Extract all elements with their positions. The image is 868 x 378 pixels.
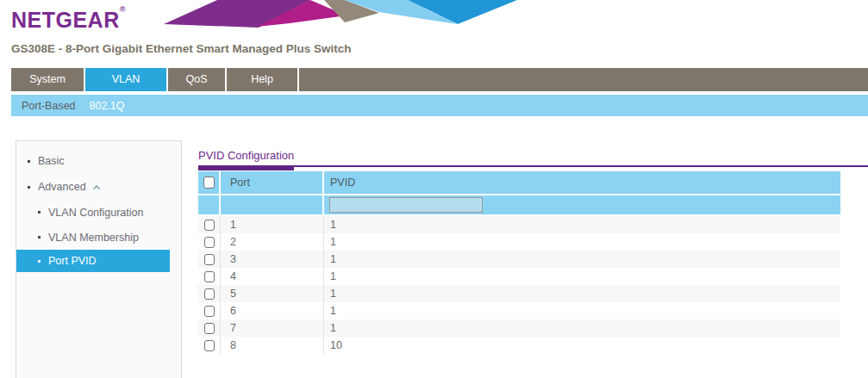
- pvid-cell: 10: [324, 337, 840, 354]
- row-checkbox[interactable]: [204, 306, 215, 317]
- tab-qos[interactable]: QoS: [168, 68, 227, 91]
- select-all-checkbox[interactable]: [203, 177, 215, 189]
- port-cell: 8: [221, 337, 324, 354]
- sidebar-item-label: VLAN Membership: [48, 232, 139, 244]
- table-row: 6 1: [198, 302, 840, 319]
- sidebar-item-label: VLAN Configuration: [48, 207, 143, 219]
- sidebar-item-label: Port PVID: [48, 255, 97, 267]
- pvid-cell: 1: [324, 233, 840, 251]
- port-cell: 4: [221, 268, 324, 285]
- bullet-icon: [38, 236, 41, 239]
- table-row: 2 1: [198, 233, 840, 251]
- table-row: 7 1: [198, 319, 840, 337]
- sidebar-item-label: Basic: [38, 155, 65, 167]
- sidebar-item-advanced[interactable]: Advanced: [16, 174, 181, 200]
- table-row: 5 1: [198, 285, 840, 302]
- sidebar-item-basic[interactable]: Basic: [16, 148, 181, 174]
- row-checkbox[interactable]: [204, 340, 215, 351]
- pvid-filter-input[interactable]: [329, 197, 483, 213]
- port-cell: 5: [221, 285, 324, 302]
- top-nav: System VLAN QoS Help: [11, 68, 868, 91]
- table-header-row: Port PVID: [198, 171, 840, 194]
- bullet-icon: [28, 160, 30, 163]
- nav-filler: [299, 68, 868, 91]
- pvid-configuration-heading: PVID Configuration: [198, 149, 294, 170]
- sidebar-item-vlan-configuration[interactable]: VLAN Configuration: [16, 200, 181, 225]
- row-checkbox[interactable]: [204, 254, 215, 265]
- pvid-column-header: PVID: [324, 171, 840, 194]
- row-checkbox[interactable]: [204, 288, 215, 300]
- row-checkbox[interactable]: [204, 237, 215, 248]
- table-row: 3 1: [198, 251, 840, 268]
- pvid-cell: 1: [324, 251, 840, 268]
- port-cell: 6: [221, 302, 324, 319]
- pvid-table: Port PVID 1 1 2 1 3 1 4 1 5 1 6 1: [198, 171, 840, 354]
- table-filter-row: [198, 195, 840, 214]
- pvid-cell: 1: [324, 285, 840, 302]
- port-cell: 1: [221, 216, 324, 233]
- filter-empty-cell: [221, 195, 324, 214]
- sub-nav: Port-Based 802.1Q: [11, 95, 868, 116]
- pvid-cell: 1: [324, 268, 840, 285]
- select-all-cell: [198, 171, 221, 194]
- subnav-8021q[interactable]: 802.1Q: [88, 100, 127, 112]
- heading-divider: [198, 165, 868, 167]
- netgear-logo: NETGEAR®: [11, 5, 126, 33]
- bullet-icon: [38, 211, 41, 214]
- sidebar-menu: Basic Advanced VLAN Configuration VLAN M…: [16, 140, 182, 378]
- table-row: 8 10: [198, 337, 840, 354]
- pvid-cell: 1: [324, 319, 840, 337]
- row-checkbox[interactable]: [204, 220, 215, 231]
- tab-system[interactable]: System: [11, 68, 85, 91]
- filter-pvid-cell: [324, 195, 840, 214]
- sidebar-item-port-pvid[interactable]: Port PVID: [16, 250, 170, 272]
- bullet-icon: [28, 186, 30, 189]
- pvid-cell: 1: [324, 302, 840, 319]
- table-row: 4 1: [198, 268, 840, 285]
- table-row: 1 1: [198, 216, 840, 233]
- sidebar-item-label: Advanced: [38, 181, 86, 193]
- sidebar-item-vlan-membership[interactable]: VLAN Membership: [16, 225, 181, 250]
- registered-mark: ®: [120, 5, 126, 14]
- row-checkbox[interactable]: [204, 271, 215, 282]
- subnav-port-based[interactable]: Port-Based: [20, 100, 78, 112]
- tab-vlan[interactable]: VLAN: [85, 68, 168, 91]
- port-cell: 3: [221, 251, 324, 268]
- port-cell: 7: [221, 319, 324, 337]
- filter-empty-cell: [198, 195, 221, 214]
- port-column-header: Port: [221, 171, 324, 194]
- tab-help[interactable]: Help: [227, 68, 299, 91]
- row-checkbox[interactable]: [204, 323, 215, 334]
- pvid-cell: 1: [324, 216, 840, 233]
- chevron-up-icon: [92, 185, 99, 192]
- page-title: GS308E - 8-Port Gigabit Ethernet Smart M…: [11, 42, 352, 55]
- bullet-icon: [38, 260, 41, 263]
- decorative-banner: [162, 0, 524, 28]
- port-cell: 2: [221, 233, 324, 251]
